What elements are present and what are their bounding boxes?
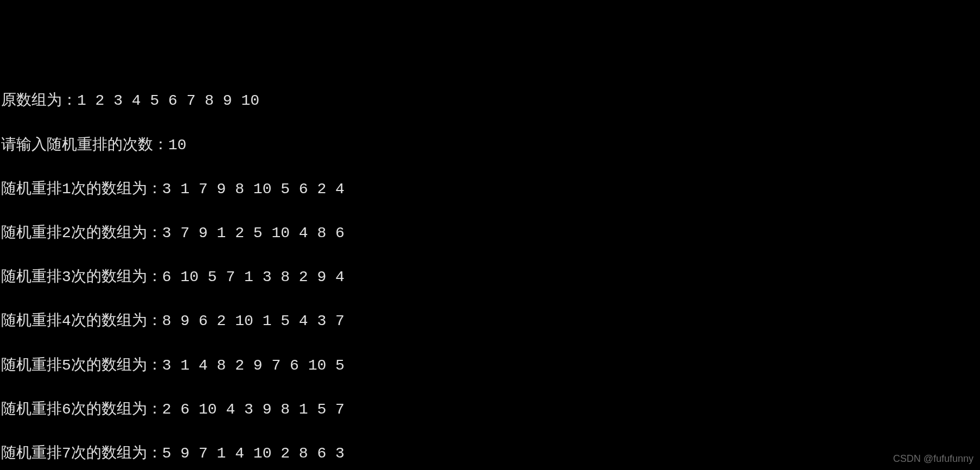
console-line-shuffle-4: 随机重排4次的数组为：8 9 6 2 10 1 5 4 3 7 <box>1 310 979 333</box>
console-line-shuffle-7: 随机重排7次的数组为：5 9 7 1 4 10 2 8 6 3 <box>1 443 979 465</box>
console-line-shuffle-2: 随机重排2次的数组为：3 7 9 1 2 5 10 4 8 6 <box>1 223 979 245</box>
console-line-original-array: 原数组为：1 2 3 4 5 6 7 8 9 10 <box>1 90 979 112</box>
console-line-shuffle-3: 随机重排3次的数组为：6 10 5 7 1 3 8 2 9 4 <box>1 266 979 289</box>
console-line-shuffle-1: 随机重排1次的数组为：3 1 7 9 8 10 5 6 2 4 <box>1 179 979 201</box>
console-line-input-count: 请输入随机重排的次数：10 <box>1 135 979 157</box>
watermark: CSDN @fufufunny <box>893 452 973 466</box>
console-line-shuffle-5: 随机重排5次的数组为：3 1 4 8 2 9 7 6 10 5 <box>1 355 979 377</box>
console-line-shuffle-6: 随机重排6次的数组为：2 6 10 4 3 9 8 1 5 7 <box>1 399 979 421</box>
